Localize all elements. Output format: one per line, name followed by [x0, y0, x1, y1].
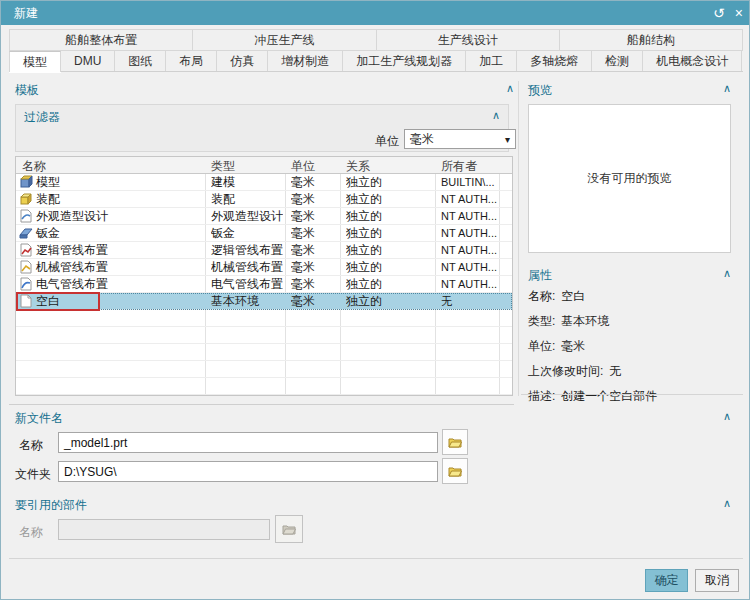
dialog-title: 新建 — [14, 5, 38, 22]
tab-simulation[interactable]: 仿真 — [217, 51, 268, 71]
new-file-section-title: 新文件名 — [15, 410, 63, 427]
template-owner: NT AUTH... — [441, 225, 511, 241]
template-name: 外观造型设计 — [36, 208, 108, 224]
template-relationship: 独立的 — [346, 293, 432, 309]
header-type[interactable]: 类型 — [211, 158, 235, 175]
templates-collapse-icon[interactable]: ∧ — [506, 82, 514, 99]
open-folder-icon — [448, 435, 462, 449]
table-row-sheet-metal[interactable]: 钣金 钣金 毫米 独立的 NT AUTH... — [16, 225, 512, 242]
template-type: 建模 — [211, 174, 283, 190]
folder-label: 文件夹 — [15, 466, 51, 483]
annotation-highlight-rectangle — [16, 292, 100, 311]
file-name-label: 名称 — [19, 437, 43, 454]
filter-group: 过滤器 ∧ 单位 毫米 ▾ — [15, 104, 509, 152]
template-relationship: 独立的 — [346, 208, 432, 224]
header-relationship[interactable]: 关系 — [346, 158, 370, 175]
header-owner[interactable]: 所有者 — [441, 158, 477, 175]
template-relationship: 独立的 — [346, 174, 432, 190]
reset-icon[interactable]: ↺ — [713, 6, 725, 20]
prop-modified-label: 上次修改时间: — [528, 364, 603, 378]
electrical-routing-icon — [19, 277, 33, 291]
template-units: 毫米 — [291, 276, 339, 292]
open-folder-icon — [448, 464, 462, 478]
preview-collapse-icon[interactable]: ∧ — [723, 82, 731, 99]
template-type: 机械管线布置 — [211, 259, 283, 275]
table-row-model[interactable]: 模型 建模 毫米 独立的 BUILTIN\... — [16, 174, 512, 191]
prop-description-value: 创建一个空白部件 — [561, 389, 657, 403]
file-name-value: _model1.prt — [64, 436, 127, 450]
assembly-icon — [19, 192, 33, 206]
tab-model[interactable]: 模型 — [9, 51, 61, 72]
table-row-mechanical-routing[interactable]: 机械管线布置 机械管线布置 毫米 独立的 NT AUTH... — [16, 259, 512, 276]
panel-divider — [518, 81, 519, 396]
template-owner: NT AUTH... — [441, 242, 511, 258]
tab-stamping-line[interactable]: 冲压生产线 — [193, 29, 376, 51]
folder-path-input[interactable]: D:\YSUG\ — [58, 461, 438, 482]
tab-dmu[interactable]: DMU — [61, 51, 115, 71]
folder-path-value: D:\YSUG\ — [64, 465, 117, 479]
tab-ship-general-arrangement[interactable]: 船舶整体布置 — [9, 29, 193, 51]
reference-collapse-icon[interactable]: ∧ — [723, 497, 731, 514]
file-name-input[interactable]: _model1.prt — [58, 432, 438, 453]
header-units[interactable]: 单位 — [291, 158, 315, 175]
table-row-shape-studio[interactable]: 外观造型设计 外观造型设计 毫米 独立的 NT AUTH... — [16, 208, 512, 225]
prop-name-label: 名称: — [528, 289, 555, 303]
units-dropdown[interactable]: 毫米 ▾ — [404, 129, 516, 149]
template-type: 电气管线布置 — [211, 276, 283, 292]
table-row-electrical-routing[interactable]: 电气管线布置 电气管线布置 毫米 独立的 NT AUTH... — [16, 276, 512, 293]
tab-inspection[interactable]: 检测 — [592, 51, 643, 71]
template-type: 外观造型设计 — [211, 208, 283, 224]
template-owner: NT AUTH... — [441, 259, 511, 275]
tab-ship-structure[interactable]: 船舶结构 — [560, 29, 743, 51]
new-file-collapse-icon[interactable]: ∧ — [723, 410, 731, 427]
prop-units-value: 毫米 — [561, 339, 585, 353]
chevron-down-icon: ▾ — [505, 134, 510, 145]
template-units: 毫米 — [291, 242, 339, 258]
reference-name-label: 名称 — [19, 524, 43, 541]
tab-additive-manufacturing[interactable]: 增材制造 — [268, 51, 343, 71]
template-owner: NT AUTH... — [441, 208, 511, 224]
properties-collapse-icon[interactable]: ∧ — [723, 267, 731, 284]
units-value: 毫米 — [410, 131, 434, 148]
properties-separator — [521, 394, 743, 395]
sheet-metal-icon — [19, 226, 33, 240]
template-type: 基本环境 — [211, 293, 283, 309]
logical-routing-icon — [19, 243, 33, 257]
ok-button[interactable]: 确定 — [645, 569, 688, 592]
tab-production-line-design[interactable]: 生产线设计 — [377, 29, 560, 51]
template-category-tabs: 船舶整体布置 冲压生产线 生产线设计 船舶结构 — [9, 29, 743, 51]
template-relationship: 独立的 — [346, 259, 432, 275]
tab-mechatronics-concept[interactable]: 机电概念设计 — [643, 51, 742, 71]
prop-modified-value: 无 — [609, 364, 621, 378]
template-owner: 无 — [441, 293, 511, 309]
template-units: 毫米 — [291, 208, 339, 224]
preview-section-title: 预览 — [528, 82, 552, 99]
tab-multi-axis-deposition[interactable]: 多轴烧熔 — [517, 51, 592, 71]
template-relationship: 独立的 — [346, 225, 432, 241]
units-label: 单位 — [375, 133, 399, 150]
table-empty-area — [16, 310, 512, 395]
tab-manufacturing[interactable]: 加工 — [466, 51, 517, 71]
table-row-assembly[interactable]: 装配 装配 毫米 独立的 NT AUTH... — [16, 191, 512, 208]
tab-drawing[interactable]: 图纸 — [115, 51, 166, 71]
table-row-logical-routing[interactable]: 逻辑管线布置 逻辑管线布置 毫米 独立的 NT AUTH... — [16, 242, 512, 259]
preview-area: 没有可用的预览 — [528, 104, 731, 253]
mechanical-routing-icon — [19, 260, 33, 274]
browse-file-button[interactable] — [442, 429, 468, 455]
close-icon[interactable]: × — [735, 6, 743, 20]
tab-layout[interactable]: 布局 — [166, 51, 217, 71]
template-owner: NT AUTH... — [441, 191, 511, 207]
template-units: 毫米 — [291, 174, 339, 190]
template-type: 装配 — [211, 191, 283, 207]
prop-description-label: 描述: — [528, 389, 555, 403]
preview-empty-text: 没有可用的预览 — [588, 170, 672, 187]
dialog-titlebar[interactable]: 新建 ↺ × — [1, 1, 750, 25]
header-name[interactable]: 名称 — [22, 158, 46, 175]
model-part-icon — [19, 175, 33, 189]
filter-collapse-icon[interactable]: ∧ — [492, 109, 500, 126]
shape-studio-icon — [19, 209, 33, 223]
browse-folder-button[interactable] — [442, 458, 468, 484]
cancel-button[interactable]: 取消 — [695, 569, 739, 592]
tab-machining-line-planner[interactable]: 加工生产线规划器 — [343, 51, 466, 71]
template-units: 毫米 — [291, 225, 339, 241]
